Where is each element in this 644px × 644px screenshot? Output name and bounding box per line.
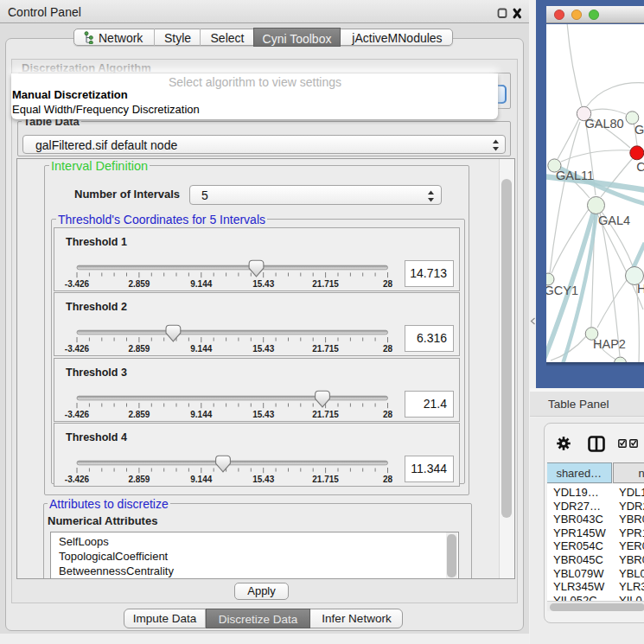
svg-text:HAP2: HAP2 [593,337,626,351]
svg-text:9.144: 9.144 [190,475,212,484]
svg-text:15.43: 15.43 [252,344,274,354]
svg-text:2.859: 2.859 [128,410,150,419]
svg-text:-3.426: -3.426 [65,344,90,354]
svg-text:GAL4: GAL4 [598,214,630,227]
svg-text:28: 28 [383,475,393,484]
svg-text:28: 28 [383,410,393,419]
svg-text:15.43: 15.43 [252,279,274,289]
svg-text:21.715: 21.715 [312,279,339,289]
svg-text:2.859: 2.859 [128,279,150,289]
svg-text:21.715: 21.715 [312,410,339,419]
svg-text:9.144: 9.144 [190,410,212,419]
svg-text:GAL80: GAL80 [585,117,624,131]
svg-text:15.43: 15.43 [252,475,274,484]
svg-text:21.715: 21.715 [312,344,339,354]
svg-text:CYC8: CYC8 [636,160,644,174]
svg-text:GCY1: GCY1 [546,284,578,297]
svg-text:-3.426: -3.426 [65,279,90,289]
svg-text:GAL11: GAL11 [556,169,594,182]
svg-text:GAL2: GAL2 [634,123,644,137]
svg-text:21.715: 21.715 [312,475,339,484]
svg-text:9.144: 9.144 [190,344,212,354]
svg-text:9.144: 9.144 [190,279,212,289]
svg-text:2.859: 2.859 [128,344,150,354]
svg-text:-3.426: -3.426 [65,410,90,419]
svg-text:HAP4: HAP4 [637,282,644,296]
svg-text:2.859: 2.859 [128,475,150,484]
svg-text:-3.426: -3.426 [65,475,90,484]
svg-text:28: 28 [383,279,393,289]
svg-text:28: 28 [383,344,393,354]
svg-text:15.43: 15.43 [252,410,274,419]
